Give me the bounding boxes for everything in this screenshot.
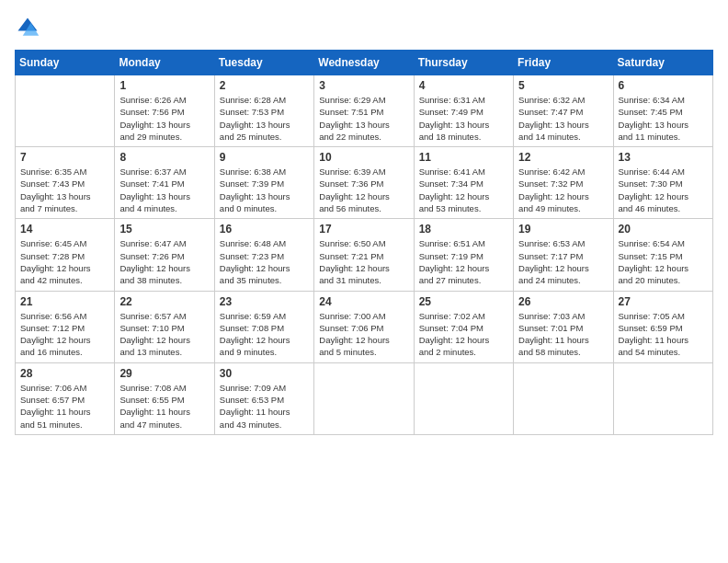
day-number: 7 [20,151,109,164]
weekday-header: Tuesday [214,51,313,75]
day-number: 12 [518,151,608,164]
calendar-cell: 12Sunrise: 6:42 AM Sunset: 7:32 PM Dayli… [514,147,613,219]
day-info: Sunrise: 6:59 AM Sunset: 7:08 PM Dayligh… [220,310,309,359]
day-number: 19 [518,223,608,236]
weekday-header: Monday [115,51,214,75]
calendar-cell: 5Sunrise: 6:32 AM Sunset: 7:47 PM Daylig… [514,75,613,147]
day-number: 16 [220,223,309,236]
day-info: Sunrise: 6:48 AM Sunset: 7:23 PM Dayligh… [220,237,309,286]
day-number: 24 [319,295,408,308]
calendar-week-row: 7Sunrise: 6:35 AM Sunset: 7:43 PM Daylig… [16,147,713,219]
calendar-cell: 6Sunrise: 6:34 AM Sunset: 7:45 PM Daylig… [613,75,712,147]
calendar-cell: 10Sunrise: 6:39 AM Sunset: 7:36 PM Dayli… [314,147,414,219]
day-number: 10 [319,151,408,164]
day-info: Sunrise: 6:35 AM Sunset: 7:43 PM Dayligh… [20,166,109,214]
day-number: 25 [419,295,508,308]
calendar-week-row: 14Sunrise: 6:45 AM Sunset: 7:28 PM Dayli… [16,219,713,291]
calendar-cell: 15Sunrise: 6:47 AM Sunset: 7:26 PM Dayli… [115,219,214,291]
calendar-cell: 9Sunrise: 6:38 AM Sunset: 7:39 PM Daylig… [214,147,313,219]
calendar-cell: 24Sunrise: 7:00 AM Sunset: 7:06 PM Dayli… [314,291,414,362]
day-number: 29 [119,367,209,380]
calendar-cell: 19Sunrise: 6:53 AM Sunset: 7:17 PM Dayli… [514,219,613,291]
day-info: Sunrise: 6:41 AM Sunset: 7:34 PM Dayligh… [419,166,508,214]
day-number: 1 [119,79,209,92]
day-info: Sunrise: 6:44 AM Sunset: 7:30 PM Dayligh… [619,166,708,214]
calendar-cell: 28Sunrise: 7:06 AM Sunset: 6:57 PM Dayli… [16,362,115,434]
day-info: Sunrise: 6:34 AM Sunset: 7:45 PM Dayligh… [619,94,708,143]
day-info: Sunrise: 6:56 AM Sunset: 7:12 PM Dayligh… [20,310,109,359]
calendar-week-row: 1Sunrise: 6:26 AM Sunset: 7:56 PM Daylig… [16,75,713,147]
calendar-cell: 7Sunrise: 6:35 AM Sunset: 7:43 PM Daylig… [16,147,115,219]
calendar-cell: 26Sunrise: 7:03 AM Sunset: 7:01 PM Dayli… [514,291,613,362]
calendar-cell: 8Sunrise: 6:37 AM Sunset: 7:41 PM Daylig… [115,147,214,219]
weekday-header: Sunday [16,51,115,75]
calendar-cell: 20Sunrise: 6:54 AM Sunset: 7:15 PM Dayli… [613,219,712,291]
day-number: 13 [619,151,708,164]
calendar-cell [16,75,115,147]
day-info: Sunrise: 7:09 AM Sunset: 6:53 PM Dayligh… [220,382,309,431]
calendar-week-row: 21Sunrise: 6:56 AM Sunset: 7:12 PM Dayli… [16,291,713,362]
day-number: 4 [419,79,508,92]
day-info: Sunrise: 6:57 AM Sunset: 7:10 PM Dayligh… [119,310,209,359]
day-info: Sunrise: 7:08 AM Sunset: 6:55 PM Dayligh… [119,382,209,431]
day-number: 9 [220,151,309,164]
logo-icon [15,15,40,40]
day-number: 8 [119,151,209,164]
day-info: Sunrise: 6:53 AM Sunset: 7:17 PM Dayligh… [518,237,608,286]
calendar-cell [314,362,414,434]
calendar-cell [613,362,712,434]
calendar-cell: 17Sunrise: 6:50 AM Sunset: 7:21 PM Dayli… [314,219,414,291]
day-number: 21 [20,295,109,308]
day-info: Sunrise: 6:39 AM Sunset: 7:36 PM Dayligh… [319,166,408,214]
day-number: 23 [220,295,309,308]
day-number: 14 [20,223,109,236]
day-info: Sunrise: 6:50 AM Sunset: 7:21 PM Dayligh… [319,237,408,286]
weekday-header: Friday [514,51,613,75]
calendar-cell: 2Sunrise: 6:28 AM Sunset: 7:53 PM Daylig… [214,75,313,147]
day-info: Sunrise: 7:06 AM Sunset: 6:57 PM Dayligh… [20,382,109,431]
calendar-table: SundayMondayTuesdayWednesdayThursdayFrid… [15,50,713,435]
day-info: Sunrise: 6:51 AM Sunset: 7:19 PM Dayligh… [419,237,508,286]
calendar-cell: 29Sunrise: 7:08 AM Sunset: 6:55 PM Dayli… [115,362,214,434]
calendar-cell: 16Sunrise: 6:48 AM Sunset: 7:23 PM Dayli… [214,219,313,291]
calendar-cell: 25Sunrise: 7:02 AM Sunset: 7:04 PM Dayli… [414,291,513,362]
calendar-cell: 27Sunrise: 7:05 AM Sunset: 6:59 PM Dayli… [613,291,712,362]
calendar-cell: 1Sunrise: 6:26 AM Sunset: 7:56 PM Daylig… [115,75,214,147]
day-info: Sunrise: 6:54 AM Sunset: 7:15 PM Dayligh… [619,237,708,286]
calendar-cell [414,362,513,434]
day-number: 30 [220,367,309,380]
day-number: 11 [419,151,508,164]
calendar-cell [514,362,613,434]
day-info: Sunrise: 7:03 AM Sunset: 7:01 PM Dayligh… [518,310,608,359]
day-number: 18 [419,223,508,236]
page-header [15,15,713,40]
day-number: 28 [20,367,109,380]
day-number: 20 [619,223,708,236]
logo [15,15,44,40]
calendar-cell: 22Sunrise: 6:57 AM Sunset: 7:10 PM Dayli… [115,291,214,362]
day-number: 26 [518,295,608,308]
calendar-cell: 30Sunrise: 7:09 AM Sunset: 6:53 PM Dayli… [214,362,313,434]
calendar-cell: 14Sunrise: 6:45 AM Sunset: 7:28 PM Dayli… [16,219,115,291]
day-number: 15 [119,223,209,236]
day-info: Sunrise: 6:32 AM Sunset: 7:47 PM Dayligh… [518,94,608,143]
day-info: Sunrise: 6:47 AM Sunset: 7:26 PM Dayligh… [119,237,209,286]
day-number: 6 [619,79,708,92]
day-number: 27 [619,295,708,308]
weekday-header: Saturday [613,51,712,75]
calendar-cell: 23Sunrise: 6:59 AM Sunset: 7:08 PM Dayli… [214,291,313,362]
day-info: Sunrise: 6:29 AM Sunset: 7:51 PM Dayligh… [319,94,408,143]
calendar-cell: 4Sunrise: 6:31 AM Sunset: 7:49 PM Daylig… [414,75,513,147]
day-info: Sunrise: 6:37 AM Sunset: 7:41 PM Dayligh… [119,166,209,214]
day-number: 5 [518,79,608,92]
day-number: 22 [119,295,209,308]
calendar-cell: 21Sunrise: 6:56 AM Sunset: 7:12 PM Dayli… [16,291,115,362]
day-number: 17 [319,223,408,236]
day-info: Sunrise: 7:00 AM Sunset: 7:06 PM Dayligh… [319,310,408,359]
calendar-week-row: 28Sunrise: 7:06 AM Sunset: 6:57 PM Dayli… [16,362,713,434]
day-info: Sunrise: 6:31 AM Sunset: 7:49 PM Dayligh… [419,94,508,143]
day-info: Sunrise: 6:28 AM Sunset: 7:53 PM Dayligh… [220,94,309,143]
calendar-cell: 13Sunrise: 6:44 AM Sunset: 7:30 PM Dayli… [613,147,712,219]
day-info: Sunrise: 6:38 AM Sunset: 7:39 PM Dayligh… [220,166,309,214]
day-info: Sunrise: 6:42 AM Sunset: 7:32 PM Dayligh… [518,166,608,214]
